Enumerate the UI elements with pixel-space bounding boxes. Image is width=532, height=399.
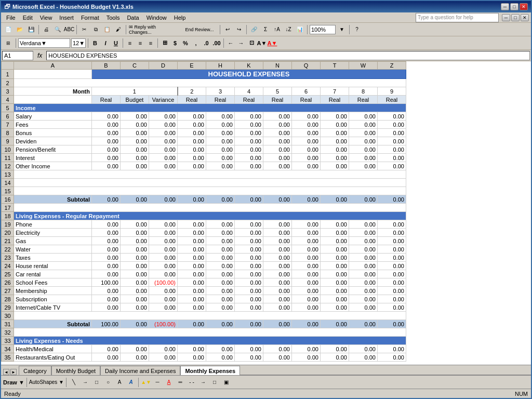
cell-Z21[interactable]: 0.00 [378,237,406,245]
paste-button[interactable]: 📋 [102,24,112,35]
row-header-29[interactable]: 29 [2,303,14,312]
row-header-18[interactable]: 18 [2,212,14,220]
cell-A22[interactable]: Water [14,245,92,254]
menu-item-format[interactable]: Format [78,14,102,21]
cell-reference-box[interactable]: A1 [2,51,33,60]
cell-H8[interactable]: 0.00 [206,129,235,137]
cell-K19[interactable]: 0.00 [235,220,263,229]
cell-A24[interactable]: House rental [14,262,92,270]
cell-subtotal-label-31[interactable]: Subtotal [14,320,92,328]
cell-D6[interactable]: 0.00 [149,112,178,121]
cell-month-5[interactable]: 5 [263,87,292,96]
oval-tool[interactable]: ○ [103,377,113,388]
cell-K35[interactable]: 0.00 [235,353,263,362]
cell-D7[interactable]: 0.00 [149,121,178,129]
cell-row14[interactable] [14,179,406,187]
row-header-15[interactable]: 15 [2,187,14,195]
new-button[interactable]: 📄 [3,24,14,35]
cell-real-7[interactable]: Real [321,96,349,104]
cell-month-1[interactable]: 1 [92,87,178,96]
cell-row2[interactable] [14,79,406,87]
cell-D20[interactable]: 0.00 [149,229,178,237]
row-header-32[interactable]: 32 [2,328,14,337]
row-header-16[interactable]: 16 [2,195,14,204]
insert-hyperlink-button[interactable]: 🔗 [249,24,259,35]
cell-row17[interactable] [14,204,406,212]
cell-C9[interactable]: 0.00 [121,137,149,145]
cell-E23[interactable]: 0.00 [178,254,206,262]
cell-C34[interactable]: 0.00 [121,345,149,353]
decrease-indent-button[interactable]: ← [226,38,235,48]
cell-E28[interactable]: 0.00 [178,295,206,303]
menu-item-view[interactable]: View [37,14,56,21]
menu-item-insert[interactable]: Insert [56,14,77,21]
cell-H6[interactable]: 0.00 [206,112,235,121]
chart-button[interactable]: 📊 [295,24,305,35]
cell-N24[interactable]: 0.00 [263,262,292,270]
sheet-scroll[interactable]: A B C D E H K N Q T W Z [1,61,531,365]
cell-T6[interactable]: 0.00 [321,112,349,121]
cell-W6[interactable]: 0.00 [349,112,378,121]
cell-K12[interactable]: 0.00 [235,162,263,170]
cell-Q19[interactable]: 0.00 [292,220,321,229]
cell-month-2[interactable]: 2 [178,87,206,96]
row-header-14[interactable]: 14 [2,179,14,187]
cell-W34[interactable]: 0.00 [349,345,378,353]
cell-D35[interactable]: 0.00 [149,353,178,362]
cell-W29[interactable]: 0.00 [349,303,378,312]
cell-W25[interactable]: 0.00 [349,270,378,278]
formula-input-box[interactable]: HOUSEHOLD EXPENSES [46,51,530,60]
cell-Z34[interactable]: 0.00 [378,345,406,353]
cell-T9[interactable]: 0.00 [321,137,349,145]
comma-button[interactable]: , [191,38,201,48]
cell-H35[interactable]: 0.00 [206,353,235,362]
cell-C23[interactable]: 0.00 [121,254,149,262]
cell-N22[interactable]: 0.00 [263,245,292,254]
cell-D11[interactable]: 0.00 [149,154,178,162]
cell-D19[interactable]: 0.00 [149,220,178,229]
cell-D23[interactable]: 0.00 [149,254,178,262]
cell-W12[interactable]: 0.00 [349,162,378,170]
cell-A11[interactable]: Interest [14,154,92,162]
currency-button[interactable]: $ [170,38,180,48]
col-header-A[interactable]: A [14,62,92,70]
align-left-button[interactable]: ≡ [125,38,135,48]
cell-T11[interactable]: 0.00 [321,154,349,162]
row-header-34[interactable]: 34 [2,345,14,353]
cell-subtotal-H16[interactable]: 0.00 [206,195,235,204]
cell-C8[interactable]: 0.00 [121,129,149,137]
cell-B34[interactable]: 0.00 [92,345,121,353]
cell-H19[interactable]: 0.00 [206,220,235,229]
cell-E20[interactable]: 0.00 [178,229,206,237]
menu-item-file[interactable]: File [3,14,19,21]
cell-H22[interactable]: 0.00 [206,245,235,254]
tab-monthly-budget[interactable]: Monthly Budget [51,366,100,375]
cell-Q11[interactable]: 0.00 [292,154,321,162]
cell-E7[interactable]: 0.00 [178,121,206,129]
cell-C24[interactable]: 0.00 [121,262,149,270]
cell-H10[interactable]: 0.00 [206,145,235,154]
cell-Z12[interactable]: 0.00 [378,162,406,170]
cell-N28[interactable]: 0.00 [263,295,292,303]
cell-T35[interactable]: 0.00 [321,353,349,362]
cell-A27[interactable]: Membership [14,287,92,295]
cell-E35[interactable]: 0.00 [178,353,206,362]
format-painter-button[interactable]: 🖌 [113,24,124,35]
cell-Z11[interactable]: 0.00 [378,154,406,162]
cell-D24[interactable]: 0.00 [149,262,178,270]
cell-H23[interactable]: 0.00 [206,254,235,262]
cell-Z23[interactable]: 0.00 [378,254,406,262]
cell-C12[interactable]: 0.00 [121,162,149,170]
row-header-35[interactable]: 35 [2,353,14,362]
cell-K24[interactable]: 0.00 [235,262,263,270]
cell-W19[interactable]: 0.00 [349,220,378,229]
row-header-13[interactable]: 13 [2,170,14,179]
cell-Z35[interactable]: 0.00 [378,353,406,362]
col-header-K[interactable]: K [235,62,263,70]
cell-T7[interactable]: 0.00 [321,121,349,129]
cell-Z9[interactable]: 0.00 [378,137,406,145]
cell-E29[interactable]: 0.00 [178,303,206,312]
cell-W28[interactable]: 0.00 [349,295,378,303]
increase-decimal-button[interactable]: .0 [202,38,211,48]
cell-T8[interactable]: 0.00 [321,129,349,137]
